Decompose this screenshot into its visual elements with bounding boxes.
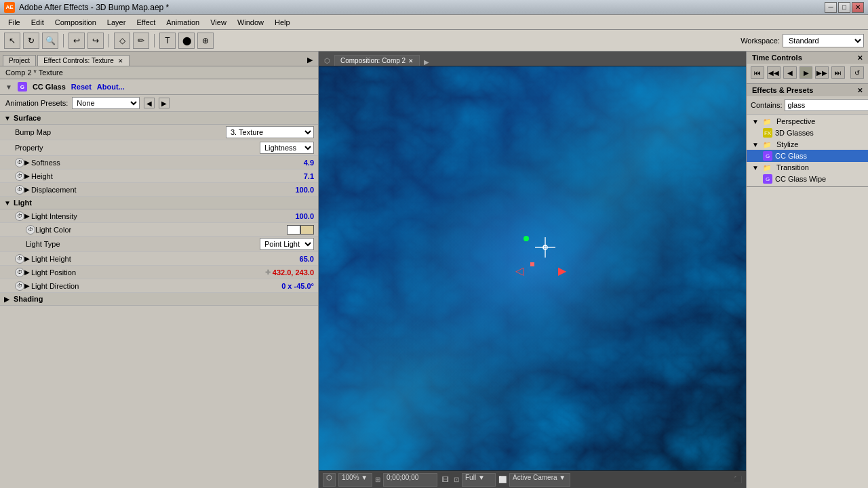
surface-expand-icon[interactable]: ▼ bbox=[4, 115, 11, 122]
select-tool[interactable]: ↖ bbox=[4, 33, 20, 49]
comp-3d-btn[interactable]: ⬛ bbox=[734, 476, 742, 483]
light-height-expand[interactable]: ▶ bbox=[24, 255, 31, 262]
shape-tool[interactable]: ◇ bbox=[114, 33, 130, 49]
light-color-swatch2[interactable] bbox=[300, 225, 314, 235]
comp-transparency-btn[interactable]: ⬜ bbox=[498, 476, 507, 483]
bump-map-select[interactable]: 3. Texture bbox=[226, 126, 314, 138]
presets-prev-btn[interactable]: ◀ bbox=[144, 98, 155, 108]
light-height-stopwatch[interactable]: ⏱ bbox=[15, 254, 24, 264]
rotation-tool[interactable]: ↻ bbox=[23, 33, 39, 49]
tree-transition[interactable]: ▼ 📁 Transition bbox=[747, 162, 868, 173]
anim-presets-row: Animation Presets: None ◀ ▶ bbox=[0, 95, 318, 112]
undo-tool[interactable]: ↩ bbox=[68, 33, 85, 49]
menu-help[interactable]: Help bbox=[269, 17, 296, 28]
about-button[interactable]: About... bbox=[97, 83, 125, 91]
effects-search-input[interactable] bbox=[785, 99, 868, 111]
shading-expand-icon[interactable]: ▶ bbox=[4, 296, 11, 303]
height-expand[interactable]: ▶ bbox=[24, 172, 31, 180]
light-direction-stopwatch[interactable]: ⏱ bbox=[15, 281, 24, 291]
transition-expand-icon[interactable]: ▼ bbox=[752, 164, 760, 171]
tree-cc-glass-wipe[interactable]: G CC Glass Wipe bbox=[747, 173, 868, 185]
composition-canvas[interactable]: ◁ ▶ bbox=[319, 66, 746, 470]
light-color-stopwatch[interactable]: ⏱ bbox=[26, 225, 35, 235]
light-direction-value[interactable]: 0 x -45.0° bbox=[281, 282, 314, 290]
tc-step-fwd[interactable]: ▶▶ bbox=[815, 66, 829, 79]
light-color-swatch[interactable] bbox=[287, 225, 300, 235]
displacement-value[interactable]: 100.0 bbox=[295, 186, 314, 194]
tc-prev-frame[interactable]: ◀◀ bbox=[767, 66, 781, 79]
menu-effect[interactable]: Effect bbox=[131, 17, 161, 28]
menu-edit[interactable]: Edit bbox=[26, 17, 50, 28]
menu-animation[interactable]: Animation bbox=[161, 17, 205, 28]
presets-next-btn[interactable]: ▶ bbox=[159, 98, 170, 108]
light-section-header[interactable]: ▼ Light bbox=[0, 197, 318, 209]
workspace-select[interactable]: Standard bbox=[783, 34, 864, 47]
tree-cc-glass[interactable]: G CC Glass bbox=[747, 150, 868, 162]
comp-resize-btn[interactable]: ⊞ bbox=[375, 476, 380, 483]
light-position-value[interactable]: 432.0, 243.0 bbox=[273, 268, 314, 277]
perspective-expand-icon[interactable]: ▼ bbox=[752, 118, 760, 125]
comp-preview-btn[interactable]: ⬡ bbox=[323, 473, 336, 487]
light-intensity-value[interactable]: 100.0 bbox=[295, 212, 314, 220]
light-type-select[interactable]: Point Light bbox=[260, 238, 314, 250]
tree-3d-glasses[interactable]: FX 3D Glasses bbox=[747, 127, 868, 139]
tc-play[interactable]: ▶ bbox=[800, 66, 813, 79]
tc-last-frame[interactable]: ⏭ bbox=[831, 66, 845, 79]
pen-tool[interactable]: ✏ bbox=[133, 33, 149, 49]
displacement-stopwatch[interactable]: ⏱ bbox=[15, 185, 24, 195]
comp-tabs-arrow[interactable]: ▶ bbox=[421, 58, 432, 66]
menu-layer[interactable]: Layer bbox=[102, 17, 132, 28]
comp-icon-snap[interactable]: 🎞 bbox=[442, 476, 449, 483]
tree-stylize[interactable]: ▼ 📁 Stylize bbox=[747, 139, 868, 150]
reset-button[interactable]: Reset bbox=[71, 83, 92, 91]
minimize-button[interactable]: ─ bbox=[825, 2, 837, 13]
time-controls-close[interactable]: ✕ bbox=[857, 54, 863, 62]
tab-project[interactable]: Project bbox=[3, 55, 36, 66]
light-intensity-expand[interactable]: ▶ bbox=[24, 212, 31, 220]
tab-comp2-close[interactable]: ✕ bbox=[408, 58, 414, 64]
comp-quality-select[interactable]: Full ▼ bbox=[462, 473, 496, 487]
light-expand-icon[interactable]: ▼ bbox=[4, 199, 11, 207]
tab-effect-controls[interactable]: Effect Controls: Texture ✕ bbox=[37, 55, 130, 66]
light-height-value[interactable]: 65.0 bbox=[300, 255, 314, 263]
tc-loop[interactable]: ↺ bbox=[850, 66, 864, 79]
clone-tool[interactable]: ⊕ bbox=[197, 33, 214, 49]
displacement-expand[interactable]: ▶ bbox=[24, 186, 31, 193]
tab-close-effect-controls[interactable]: ✕ bbox=[118, 58, 123, 64]
softness-value[interactable]: 4.9 bbox=[304, 159, 314, 167]
light-direction-expand[interactable]: ▶ bbox=[24, 282, 31, 289]
comp-camera-select[interactable]: Active Camera ▼ bbox=[509, 473, 570, 487]
property-select[interactable]: Lightness bbox=[260, 142, 314, 154]
menu-window[interactable]: Window bbox=[232, 17, 269, 28]
zoom-tool[interactable]: 🔍 bbox=[42, 33, 58, 49]
tree-perspective[interactable]: ▼ 📁 Perspective bbox=[747, 116, 868, 127]
softness-stopwatch[interactable]: ⏱ bbox=[15, 158, 24, 167]
maximize-button[interactable]: □ bbox=[838, 2, 850, 13]
effects-presets-close[interactable]: ✕ bbox=[857, 87, 863, 94]
shading-section-header[interactable]: ▶ Shading bbox=[0, 293, 318, 306]
menu-composition[interactable]: Composition bbox=[50, 17, 102, 28]
light-position-expand[interactable]: ▶ bbox=[24, 268, 31, 276]
height-value[interactable]: 7.1 bbox=[304, 172, 314, 180]
menu-view[interactable]: View bbox=[205, 17, 232, 28]
panel-tab-arrow[interactable]: ▶ bbox=[304, 54, 315, 66]
comp-icon-region[interactable]: ⊡ bbox=[454, 476, 459, 483]
tc-first-frame[interactable]: ⏮ bbox=[751, 66, 764, 79]
tab-comp2[interactable]: Composition: Comp 2 ✕ bbox=[334, 55, 420, 66]
light-position-stopwatch[interactable]: ⏱ bbox=[15, 268, 24, 277]
tc-step-back[interactable]: ◀ bbox=[783, 66, 797, 79]
height-stopwatch[interactable]: ⏱ bbox=[15, 171, 24, 181]
redo-tool[interactable]: ↪ bbox=[87, 33, 104, 49]
close-button[interactable]: ✕ bbox=[852, 2, 864, 13]
stylize-expand-icon[interactable]: ▼ bbox=[752, 141, 760, 148]
property-row: Property Lightness bbox=[0, 140, 318, 156]
anim-presets-select[interactable]: None bbox=[72, 97, 140, 109]
surface-section-header[interactable]: ▼ Surface bbox=[0, 112, 318, 125]
light-intensity-stopwatch[interactable]: ⏱ bbox=[15, 211, 24, 221]
menu-file[interactable]: File bbox=[3, 17, 26, 28]
brush-tool[interactable]: ⬤ bbox=[178, 33, 195, 49]
softness-expand[interactable]: ▶ bbox=[24, 159, 31, 166]
effect-expand-arrow[interactable]: ▼ bbox=[5, 83, 12, 91]
comp-zoom-select[interactable]: 100% ▼ bbox=[338, 473, 372, 487]
text-tool[interactable]: T bbox=[159, 33, 176, 49]
